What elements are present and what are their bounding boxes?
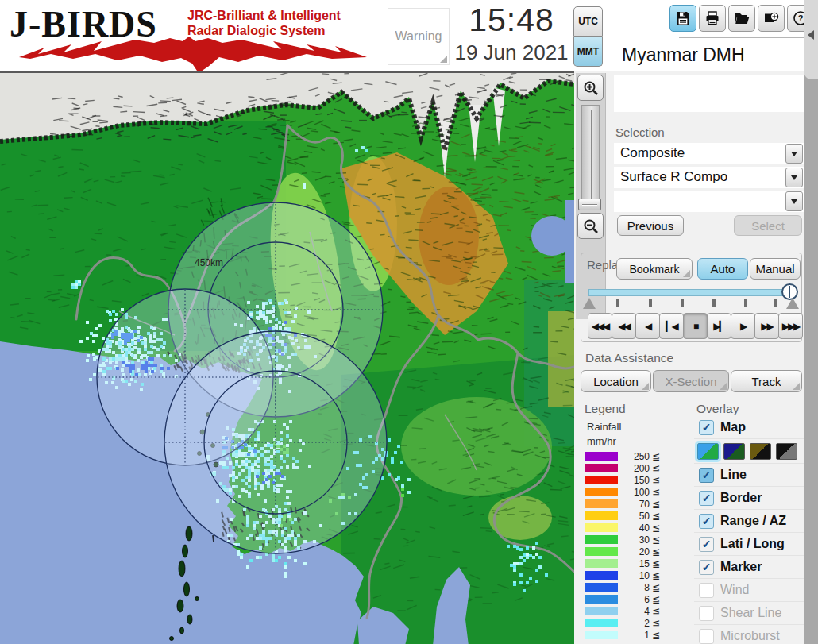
slider-start-marker[interactable] — [583, 298, 596, 309]
warning-label: Warning — [395, 29, 442, 44]
legend-row: 6 ≦ — [585, 593, 660, 605]
zoom-in-button[interactable] — [577, 75, 604, 101]
map-style-4[interactable] — [776, 443, 797, 460]
playback-button[interactable]: ◀ — [635, 313, 660, 339]
legend-value: 15 — [618, 558, 650, 569]
warning-button[interactable]: Warning — [388, 8, 450, 65]
legend-value: 30 — [618, 534, 650, 546]
print-button[interactable] — [699, 5, 726, 32]
overlay-row[interactable]: ✓ Marker — [694, 556, 804, 579]
zoom-slider-thumb[interactable] — [578, 199, 601, 210]
zoom-out-button[interactable] — [577, 213, 604, 239]
legend-row: 4 ≦ — [585, 605, 660, 617]
legend-row: 250 ≦ — [585, 450, 660, 462]
legend-row: 50 ≦ — [585, 510, 660, 522]
radar-map[interactable]: 450km — [0, 71, 574, 644]
legend-value: 8 — [618, 582, 650, 593]
legend-color-swatch — [585, 452, 618, 461]
checkbox[interactable]: ✓ — [699, 537, 714, 552]
product-type-dropdown[interactable]: Surface R Compo — [614, 167, 804, 188]
legend-color-swatch — [585, 499, 618, 508]
playback-button[interactable]: ■ — [683, 313, 708, 339]
playback-button[interactable]: ▎◀ — [659, 313, 684, 339]
check-icon: ✓ — [702, 469, 712, 481]
legend-row: 8 ≦ — [585, 581, 660, 593]
legend-operator: ≦ — [652, 451, 660, 462]
select-button[interactable]: Select — [734, 215, 802, 236]
playback-button[interactable]: ▶▶▶ — [778, 313, 803, 339]
add-image-button[interactable] — [758, 5, 785, 32]
xsection-button[interactable]: X-Section — [653, 370, 729, 392]
product-category-dropdown[interactable]: Composite — [614, 143, 804, 164]
overlay-row[interactable]: ✓ Microburst — [694, 625, 804, 644]
logo-subtitle: JRC-Brilliant & Intelligent Radar Dialog… — [187, 8, 341, 38]
legend-operator: ≦ — [652, 630, 660, 641]
checkbox[interactable]: ✓ — [699, 514, 714, 529]
checkbox[interactable]: ✓ — [699, 560, 714, 575]
overlay-row[interactable]: ✓ Range / AZ — [694, 510, 804, 533]
save-button[interactable] — [669, 5, 696, 32]
overlay-row[interactable]: ✓ Wind — [694, 579, 804, 602]
playback-button[interactable]: ▶▶ — [754, 313, 779, 339]
collapse-left-icon — [808, 30, 814, 40]
track-button[interactable]: Track — [731, 370, 802, 392]
map-style-3[interactable] — [750, 443, 771, 460]
overlay-row[interactable]: ✓ Border — [694, 487, 804, 510]
overlay-row[interactable]: ✓ Lati / Long — [694, 533, 804, 556]
previous-button[interactable]: Previous — [617, 215, 684, 236]
legend-value: 100 — [618, 487, 650, 498]
legend-operator: ≦ — [652, 475, 660, 486]
checkbox[interactable]: ✓ — [699, 606, 714, 621]
status-text-box[interactable] — [614, 75, 804, 112]
clock: 15:48 19 Jun 2021 — [451, 0, 572, 71]
legend-row: 1 ≦ — [585, 629, 660, 641]
overlay-row[interactable]: ✓ Shear Line — [694, 602, 804, 625]
checkbox[interactable]: ✓ — [699, 420, 714, 435]
clock-time: 15:48 — [451, 2, 572, 39]
legend-row: 40 ≦ — [585, 522, 660, 534]
save-icon — [675, 10, 691, 26]
location-button[interactable]: Location — [581, 370, 651, 392]
map-style-2[interactable] — [723, 443, 745, 460]
zoom-slider-track[interactable] — [581, 105, 600, 206]
map-style-1[interactable] — [697, 443, 719, 460]
product-option-dropdown[interactable] — [614, 191, 804, 212]
product-option-value — [614, 191, 785, 212]
legend-color-swatch — [585, 511, 618, 520]
legend-operator: ≦ — [652, 558, 660, 569]
playback-button[interactable]: ◀◀◀ — [588, 313, 612, 339]
image-plus-icon — [763, 10, 779, 26]
chevron-down-icon[interactable] — [785, 191, 803, 211]
legend-value: 2 — [618, 618, 650, 629]
playback-button[interactable]: ◀◀ — [612, 313, 636, 339]
checkbox[interactable]: ✓ — [699, 583, 714, 598]
text-cursor — [708, 78, 708, 110]
legend-value: 20 — [618, 546, 650, 557]
panel-collapse-tab[interactable] — [804, 0, 818, 79]
legend-value: 150 — [618, 475, 650, 486]
playback-button[interactable]: ▶ — [731, 313, 755, 339]
slider-end-marker[interactable] — [786, 298, 799, 309]
auto-button[interactable]: Auto — [697, 258, 748, 280]
legend-row: 15 ≦ — [585, 557, 660, 569]
mmt-button[interactable]: MMT — [573, 37, 603, 67]
checkbox[interactable]: ✓ — [699, 491, 714, 506]
legend-operator: ≦ — [652, 606, 660, 617]
legend-operator: ≦ — [652, 463, 660, 474]
checkbox[interactable]: ✓ — [699, 629, 714, 644]
overlay-item-label: Lati / Long — [720, 537, 785, 551]
utc-button[interactable]: UTC — [573, 6, 603, 37]
manual-button[interactable]: Manual — [750, 258, 801, 280]
bookmark-button[interactable]: Bookmark — [616, 258, 693, 280]
chevron-down-icon[interactable] — [785, 144, 803, 164]
check-icon: ✓ — [702, 630, 712, 642]
control-panel: Selection Composite Surface R Compo Prev… — [574, 71, 804, 644]
playback-button[interactable]: ▶▎ — [707, 313, 731, 339]
checkbox[interactable]: ✓ — [699, 468, 714, 483]
overlay-row-map[interactable]: ✓ Map — [694, 416, 804, 439]
open-button[interactable] — [728, 5, 755, 32]
overlay-row[interactable]: ✓ Line — [694, 464, 804, 487]
chevron-down-icon[interactable] — [785, 168, 803, 187]
replay-slider-track[interactable] — [588, 289, 793, 296]
jbirds-app: J-BIRDS JRC-Brilliant & Intelligent Rada… — [0, 0, 818, 644]
